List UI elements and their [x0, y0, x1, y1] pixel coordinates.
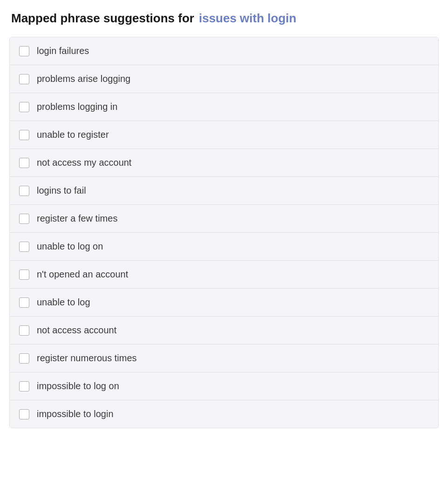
list-item[interactable]: unable to log	[10, 289, 438, 317]
list-item[interactable]: login failures	[10, 37, 438, 65]
suggestion-checkbox[interactable]	[19, 353, 29, 364]
list-item[interactable]: n't opened an account	[10, 261, 438, 289]
suggestion-label[interactable]: problems logging in	[37, 101, 117, 112]
suggestion-checkbox[interactable]	[19, 102, 29, 112]
list-item[interactable]: unable to log on	[10, 233, 438, 261]
suggestion-checkbox[interactable]	[19, 130, 29, 140]
suggestions-list: login failuresproblems arise loggingprob…	[9, 37, 439, 428]
suggestion-label[interactable]: unable to log on	[37, 241, 103, 252]
list-item[interactable]: impossible to login	[10, 400, 438, 428]
suggestion-checkbox[interactable]	[19, 186, 29, 196]
list-item[interactable]: impossible to log on	[10, 372, 438, 400]
suggestion-label[interactable]: problems arise logging	[37, 74, 130, 84]
suggestion-checkbox[interactable]	[19, 46, 29, 56]
suggestion-checkbox[interactable]	[19, 381, 29, 392]
list-item[interactable]: not access account	[10, 317, 438, 344]
list-item[interactable]: logins to fail	[10, 177, 438, 205]
suggestion-label[interactable]: login failures	[37, 46, 89, 56]
suggestion-checkbox[interactable]	[19, 409, 29, 419]
suggestion-label[interactable]: n't opened an account	[37, 269, 128, 280]
list-item[interactable]: problems arise logging	[10, 65, 438, 93]
suggestion-label[interactable]: not access account	[37, 325, 116, 336]
header-static-text: Mapped phrase suggestions for	[11, 11, 194, 26]
suggestion-checkbox[interactable]	[19, 158, 29, 168]
suggestion-checkbox[interactable]	[19, 270, 29, 280]
list-item[interactable]: problems logging in	[10, 93, 438, 121]
suggestion-label[interactable]: impossible to log on	[37, 381, 119, 392]
suggestion-checkbox[interactable]	[19, 297, 29, 308]
suggestion-checkbox[interactable]	[19, 214, 29, 224]
suggestion-checkbox[interactable]	[19, 74, 29, 84]
list-item[interactable]: register numerous times	[10, 344, 438, 372]
suggestion-checkbox[interactable]	[19, 242, 29, 252]
header-query-text: issues with login	[199, 11, 296, 26]
suggestion-label[interactable]: unable to register	[37, 129, 109, 140]
suggestion-checkbox[interactable]	[19, 325, 29, 336]
page-header: Mapped phrase suggestions for issues wit…	[9, 11, 439, 26]
list-item[interactable]: register a few times	[10, 205, 438, 233]
suggestion-label[interactable]: unable to log	[37, 297, 90, 308]
suggestion-label[interactable]: logins to fail	[37, 185, 86, 196]
suggestion-label[interactable]: not access my account	[37, 157, 131, 168]
suggestion-label[interactable]: impossible to login	[37, 409, 114, 419]
suggestion-label[interactable]: register numerous times	[37, 353, 137, 364]
list-item[interactable]: not access my account	[10, 149, 438, 177]
list-item[interactable]: unable to register	[10, 121, 438, 149]
suggestion-label[interactable]: register a few times	[37, 213, 117, 224]
